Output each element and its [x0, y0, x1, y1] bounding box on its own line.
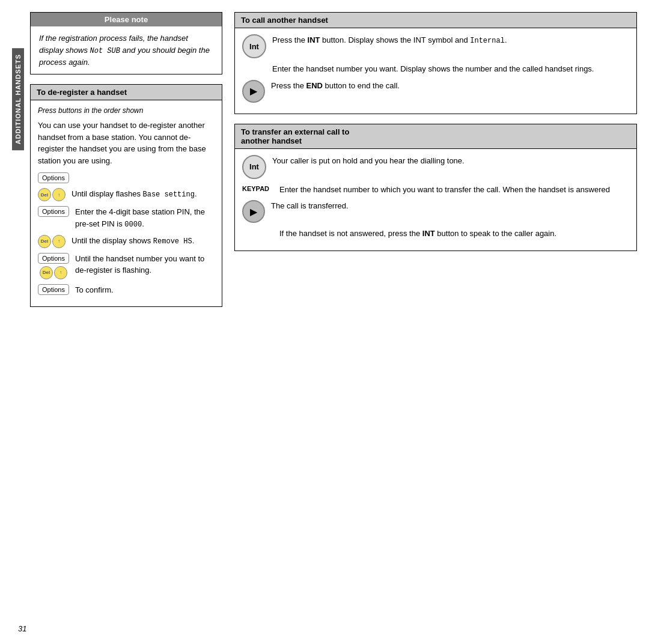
options-button-4[interactable]: Options — [38, 284, 69, 295]
options-icon-4: Options — [38, 284, 69, 295]
transfer-step-text-3: The call is transferred. — [271, 200, 349, 212]
main-content: Please note If the registration process … — [24, 12, 637, 632]
keypad-icon: KEYPAD — [242, 184, 273, 193]
call-handset-box: To call another handset Int Press the IN… — [234, 12, 637, 114]
step-row: Del ↑ Until the display shows Remove HS. — [38, 235, 215, 248]
step-text-4: Until the display shows Remove HS. — [72, 235, 194, 247]
del-circle: Del — [38, 188, 51, 201]
options-nav-stack: Options Del ↑ — [38, 253, 69, 279]
please-note-box: Please note If the registration process … — [30, 12, 222, 74]
page-number: 31 — [18, 624, 26, 633]
transfer-step-4: If the handset is not answered, press th… — [242, 228, 629, 240]
step-text-5: Until the handset number you want to de-… — [75, 253, 215, 276]
deregister-description: You can use your handset to de-register … — [38, 120, 215, 166]
options-icon-1: Options — [38, 172, 69, 183]
left-column: Please note If the registration process … — [30, 12, 222, 632]
deregister-title: To de-register a handset — [31, 85, 222, 100]
del-circle-3: Del — [40, 266, 53, 279]
int-button-1[interactable]: Int — [242, 34, 266, 58]
step-text-3: Enter the 4-digit base station PIN, the … — [75, 206, 215, 230]
options-button-3[interactable]: Options — [38, 253, 69, 264]
up-circle-2: ↑ — [52, 235, 66, 248]
step-row: Options Enter the 4-digit base station P… — [38, 206, 215, 230]
call-step-text-3: Press the END button to end the call. — [271, 80, 400, 92]
right-column: To call another handset Int Press the IN… — [234, 12, 637, 632]
please-note-title: Please note — [31, 13, 222, 26]
transfer-call-body: Int Your caller is put on hold and you h… — [235, 149, 636, 251]
deregister-box: To de-register a handset Press buttons i… — [30, 84, 222, 307]
call-step-1: Int Press the INT button. Display shows … — [242, 34, 629, 58]
call-step-text-2: Enter the handset number you want. Displ… — [272, 63, 594, 75]
transfer-step-text-2: Enter the handset number to which you wa… — [279, 184, 610, 196]
call-handset-body: Int Press the INT button. Display shows … — [235, 28, 636, 114]
step-row: Options Del ↑ Until the handset number y… — [38, 253, 215, 279]
step-row: Options To confirm. — [38, 284, 215, 296]
int-icon-2: Int — [242, 155, 266, 179]
int-button-2[interactable]: Int — [242, 155, 266, 179]
end-icon-2: ▶ — [242, 200, 265, 223]
end-icon-1: ▶ — [242, 80, 265, 103]
end-button-1[interactable]: ▶ — [242, 80, 265, 103]
options-button-2[interactable]: Options — [38, 206, 69, 217]
transfer-step-1: Int Your caller is put on hold and you h… — [242, 155, 629, 179]
del-circle-2: Del — [38, 235, 51, 248]
call-step-3: ▶ Press the END button to end the call. — [242, 80, 629, 103]
up-circle-3: ↑ — [54, 266, 67, 279]
step-row: Del ↑ Until display flashes Base setting… — [38, 188, 215, 201]
nav-icon-3: Del ↑ — [40, 266, 67, 279]
call-handset-title: To call another handset — [235, 13, 636, 28]
transfer-step-text-1: Your caller is put on hold and you hear … — [272, 155, 465, 167]
nav-icon-2: Del ↑ — [38, 235, 66, 248]
call-step-text-1: Press the INT button. Display shows the … — [272, 34, 507, 46]
up-circle: ↑ — [52, 188, 66, 201]
step-text-6: To confirm. — [75, 284, 114, 296]
transfer-step-3: ▶ The call is transferred. — [242, 200, 629, 223]
transfer-call-box: To transfer an external call to another … — [234, 124, 637, 251]
please-note-body: If the registration process fails, the h… — [31, 26, 222, 74]
side-tab: ADDITIONAL HANDSETS — [12, 48, 24, 150]
options-button-1[interactable]: Options — [38, 172, 69, 183]
transfer-step-2: KEYPAD Enter the handset number to which… — [242, 184, 629, 196]
press-order: Press buttons in the order shown — [38, 106, 215, 115]
transfer-step-text-4: If the handset is not answered, press th… — [279, 228, 556, 240]
step-text-2: Until display flashes Base setting. — [72, 188, 197, 200]
int-icon-1: Int — [242, 34, 266, 58]
page-container: ADDITIONAL HANDSETS Please note If the r… — [0, 0, 649, 644]
call-step-2: Enter the handset number you want. Displ… — [242, 63, 629, 75]
end-button-2[interactable]: ▶ — [242, 200, 265, 223]
deregister-body: Press buttons in the order shown You can… — [31, 100, 222, 306]
transfer-call-title: To transfer an external call to another … — [235, 124, 636, 149]
keypad-label: KEYPAD — [242, 184, 273, 193]
step-row: Options — [38, 172, 215, 183]
options-icon-2: Options — [38, 206, 69, 217]
nav-icon-1: Del ↑ — [38, 188, 66, 201]
